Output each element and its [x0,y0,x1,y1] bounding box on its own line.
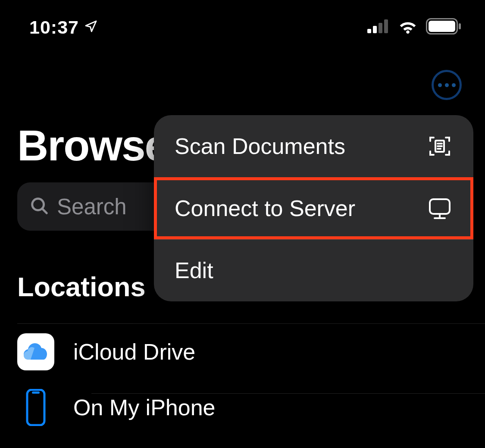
wifi-icon [397,19,418,36]
scan-icon [427,133,453,159]
battery-icon [426,18,461,36]
ellipsis-icon [438,83,442,87]
menu-item-label: Connect to Server [175,195,355,221]
menu-item-edit[interactable]: Edit [154,239,473,301]
svg-rect-1 [373,26,377,33]
locations-header[interactable]: Locations [17,271,146,302]
icloud-icon [17,333,54,370]
svg-rect-6 [459,23,461,29]
display-icon [427,195,453,221]
location-label: iCloud Drive [73,339,195,365]
menu-item-scan-documents[interactable]: Scan Documents [154,115,473,177]
svg-rect-2 [379,23,382,33]
search-placeholder: Search [57,194,127,219]
status-right [367,18,461,36]
location-row-on-my-iphone[interactable]: On My iPhone [17,379,485,435]
cellular-signal-icon [367,19,390,35]
svg-rect-9 [27,390,44,425]
locations-list: iCloud Drive On My iPhone [17,323,485,435]
svg-rect-3 [384,19,388,33]
status-left: 10:37 [29,17,98,38]
iphone-icon [17,389,54,426]
location-label: On My iPhone [73,395,216,420]
svg-rect-5 [429,21,455,32]
status-bar: 10:37 [0,16,485,38]
page-title: Browse [17,121,168,170]
svg-rect-0 [367,29,371,33]
svg-rect-10 [32,392,40,394]
menu-item-connect-to-server[interactable]: Connect to Server [154,177,473,239]
location-arrow-icon [84,19,98,35]
more-options-button[interactable] [432,70,462,100]
svg-rect-15 [430,199,450,214]
svg-line-8 [42,209,47,213]
status-time: 10:37 [29,17,79,38]
menu-item-label: Edit [175,257,213,283]
menu-item-label: Scan Documents [175,133,345,159]
search-icon [29,196,49,217]
location-row-icloud[interactable]: iCloud Drive [17,323,485,379]
context-menu: Scan Documents Connect to Server [154,115,473,301]
